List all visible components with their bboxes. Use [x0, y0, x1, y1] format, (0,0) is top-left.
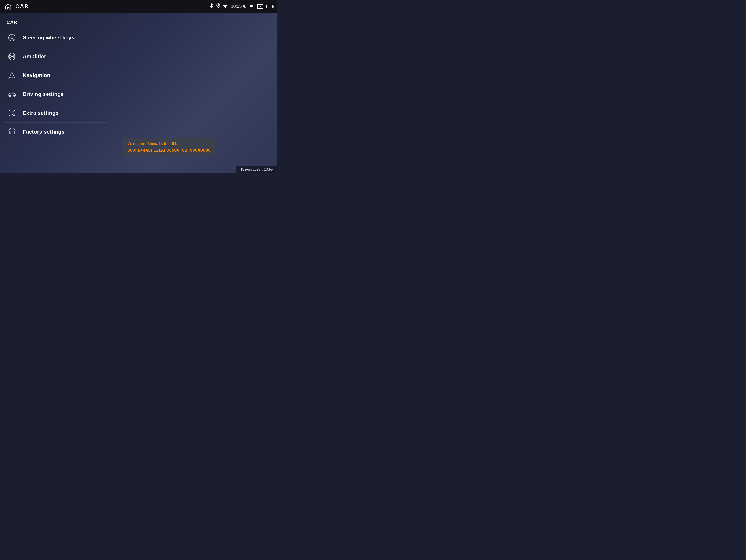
- svg-point-0: [218, 4, 219, 6]
- menu-item-extra-settings[interactable]: Extra settings: [0, 104, 113, 122]
- car-icon: [6, 89, 17, 100]
- extra-settings-icon: [6, 108, 17, 118]
- driving-settings-label: Driving settings: [23, 91, 64, 97]
- version-tooltip-text: Version Unmatch -01 B00FE44ABFE2EAF88500…: [127, 140, 211, 153]
- home-icon[interactable]: [4, 3, 12, 10]
- header-title: CAR: [16, 3, 29, 10]
- factory-settings-icon: [6, 127, 17, 137]
- steering-wheel-icon: [6, 32, 17, 43]
- steering-wheel-keys-label: Steering wheel keys: [23, 35, 75, 41]
- menu-panel: CAR Steering wheel keys: [0, 13, 113, 173]
- menu-item-factory-settings[interactable]: Factory settings: [0, 122, 113, 141]
- menu-item-navigation[interactable]: Navigation: [0, 66, 113, 85]
- version-line1: Version Unmatch -01: [127, 141, 177, 146]
- bluetooth-icon: [209, 3, 213, 9]
- svg-marker-8: [9, 72, 15, 79]
- status-bar: CAR 10:55 ч.: [0, 0, 277, 13]
- svg-marker-2: [250, 4, 252, 8]
- right-panel: Version Unmatch -01 B00FE44ABFE2EAF88500…: [113, 13, 277, 173]
- location-icon: [217, 3, 220, 9]
- amplifier-label: Amplifier: [23, 54, 46, 60]
- factory-settings-label: Factory settings: [23, 129, 64, 135]
- section-title: CAR: [0, 17, 113, 28]
- svg-marker-1: [223, 5, 228, 8]
- svg-point-7: [11, 56, 12, 57]
- amplifier-icon: [6, 51, 17, 62]
- menu-item-driving-settings[interactable]: Driving settings: [0, 85, 113, 104]
- status-time: 10:55 ч.: [231, 4, 246, 9]
- svg-point-12: [11, 112, 13, 114]
- version-line2: B00FE44ABFE2EAF88500 CZ 00000000: [127, 147, 211, 153]
- svg-point-4: [11, 37, 13, 39]
- signal-icon: [223, 4, 228, 9]
- navigation-icon: [6, 70, 17, 81]
- version-tooltip: Version Unmatch -01 B00FE44ABFE2EAF88500…: [123, 138, 214, 156]
- status-bar-right: 10:55 ч. ✕: [209, 3, 273, 9]
- battery-icon: [266, 4, 273, 8]
- menu-item-steering-wheel-keys[interactable]: Steering wheel keys: [0, 28, 113, 47]
- status-bar-left: CAR: [4, 3, 29, 10]
- volume-icon[interactable]: [249, 4, 254, 9]
- main-content: CAR Steering wheel keys: [0, 13, 277, 173]
- bottom-date: 18 юни 2023 г. 10:55: [236, 166, 277, 173]
- close-box-icon[interactable]: ✕: [257, 4, 263, 9]
- menu-item-amplifier[interactable]: Amplifier: [0, 47, 113, 66]
- extra-settings-label: Extra settings: [23, 110, 59, 116]
- navigation-label: Navigation: [23, 72, 51, 78]
